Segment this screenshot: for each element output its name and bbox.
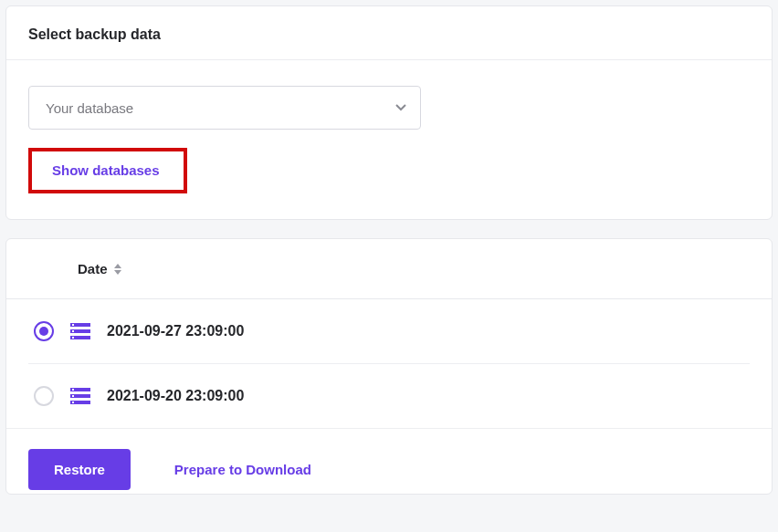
select-backup-card: Select backup data Your database Show da… — [5, 5, 773, 220]
database-icon — [70, 323, 90, 339]
backup-list-card: Date 2021-09-27 23:09:00 — [5, 238, 773, 495]
row-date: 2021-09-20 23:09:00 — [107, 388, 244, 404]
actions-bar: Restore Prepare to Download — [6, 428, 772, 494]
database-icon — [70, 388, 90, 404]
prepare-download-button[interactable]: Prepare to Download — [174, 462, 311, 477]
card-body: Your database Show databases — [6, 60, 772, 219]
show-databases-link[interactable]: Show databases — [52, 162, 160, 178]
database-select-placeholder: Your database — [46, 100, 133, 116]
show-databases-highlight: Show databases — [28, 148, 187, 193]
database-select[interactable]: Your database — [28, 86, 421, 130]
row-date: 2021-09-27 23:09:00 — [107, 323, 244, 339]
radio-dot-icon — [39, 327, 48, 336]
column-header-date[interactable]: Date — [78, 261, 122, 276]
card-header: Select backup data — [6, 6, 772, 60]
restore-button[interactable]: Restore — [28, 449, 131, 490]
table-rows: 2021-09-27 23:09:00 2021-09-20 23:09:00 — [6, 299, 772, 428]
row-radio[interactable] — [34, 386, 54, 406]
column-header-date-label: Date — [78, 261, 108, 276]
row-radio[interactable] — [34, 321, 54, 341]
table-header: Date — [6, 239, 772, 299]
database-select-wrap: Your database — [28, 86, 421, 130]
card-title: Select backup data — [28, 26, 750, 43]
sort-icon — [113, 264, 122, 275]
table-row: 2021-09-20 23:09:00 — [28, 363, 750, 428]
table-row: 2021-09-27 23:09:00 — [28, 299, 750, 363]
